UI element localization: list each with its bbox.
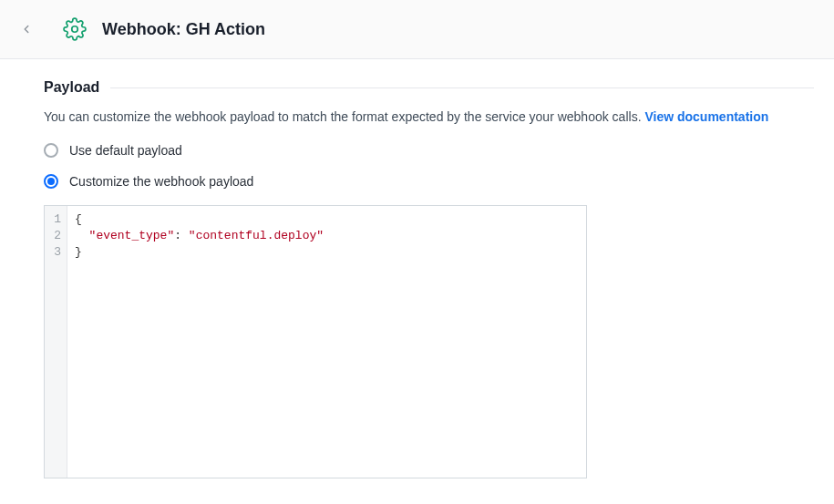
page-title: Webhook: GH Action (102, 20, 265, 39)
back-chevron-icon[interactable] (16, 19, 36, 39)
radio-customize-payload[interactable]: Customize the webhook payload (44, 174, 814, 189)
line-number: 2 (52, 228, 63, 244)
description-text: You can customize the webhook payload to… (44, 109, 644, 124)
view-documentation-link[interactable]: View documentation (644, 109, 768, 124)
radio-checked-icon (44, 174, 58, 189)
radio-label: Use default payload (69, 143, 182, 158)
code-text-area[interactable]: { "event_type": "contentful.deploy" } (67, 206, 586, 478)
radio-unchecked-icon (44, 143, 58, 158)
line-number: 3 (52, 244, 63, 261)
code-brace: { (75, 212, 82, 226)
payload-section: Payload You can customize the webhook pa… (44, 79, 814, 478)
radio-use-default[interactable]: Use default payload (44, 143, 814, 158)
header-bar: Webhook: GH Action (0, 0, 834, 59)
line-number: 1 (52, 211, 63, 228)
code-indent (75, 229, 89, 242)
content-area: Payload You can customize the webhook pa… (0, 59, 834, 504)
gear-icon (62, 16, 88, 42)
code-brace: } (75, 245, 82, 259)
code-key: "event_type" (89, 229, 175, 242)
code-colon: : (174, 229, 189, 242)
payload-code-editor[interactable]: 1 2 3 { "event_type": "contentful.deploy… (44, 205, 587, 478)
section-title: Payload (44, 79, 110, 96)
radio-label: Customize the webhook payload (69, 174, 253, 189)
line-number-gutter: 1 2 3 (45, 206, 67, 478)
section-description: You can customize the webhook payload to… (44, 108, 791, 127)
svg-point-0 (72, 26, 78, 33)
code-value: "contentful.deploy" (189, 229, 324, 242)
